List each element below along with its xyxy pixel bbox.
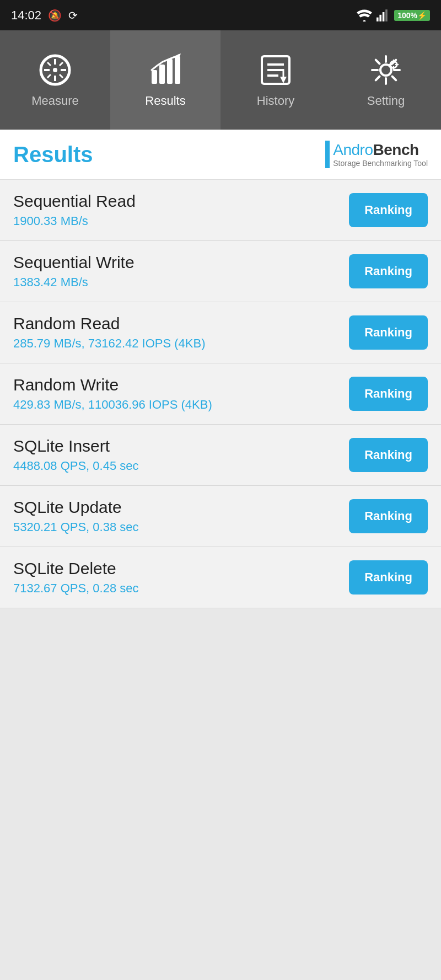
result-name-seq-read: Sequential Read <box>13 192 349 211</box>
wifi-icon <box>357 9 372 22</box>
tab-setting-label: Setting <box>367 94 405 108</box>
result-value-sqlite-insert: 4488.08 QPS, 0.45 sec <box>13 459 349 473</box>
tab-bar: Measure Results <box>0 30 441 130</box>
result-row-sqlite-update: SQLite Update 5320.21 QPS, 0.38 sec Rank… <box>0 486 441 547</box>
result-info-seq-read: Sequential Read 1900.33 MB/s <box>13 192 349 228</box>
svg-point-5 <box>53 68 57 72</box>
page-title: Results <box>13 142 93 167</box>
result-name-sqlite-update: SQLite Update <box>13 498 349 517</box>
ranking-btn-seq-write[interactable]: Ranking <box>349 254 428 288</box>
result-name-sqlite-delete: SQLite Delete <box>13 559 349 578</box>
result-info-sqlite-insert: SQLite Insert 4488.08 QPS, 0.45 sec <box>13 437 349 473</box>
results-list: Sequential Read 1900.33 MB/s Ranking Seq… <box>0 180 441 608</box>
result-value-sqlite-delete: 7132.67 QPS, 0.28 sec <box>13 581 349 596</box>
result-row-sqlite-delete: SQLite Delete 7132.67 QPS, 0.28 sec Rank… <box>0 547 441 608</box>
setting-icon <box>368 52 404 88</box>
result-info-sqlite-delete: SQLite Delete 7132.67 QPS, 0.28 sec <box>13 559 349 596</box>
result-info-rand-write: Random Write 429.83 MB/s, 110036.96 IOPS… <box>13 376 349 412</box>
tab-results-label: Results <box>145 94 185 108</box>
signal-icon <box>377 9 390 22</box>
svg-rect-9 <box>175 56 180 84</box>
result-row-seq-read: Sequential Read 1900.33 MB/s Ranking <box>0 180 441 241</box>
result-value-rand-read: 285.79 MB/s, 73162.42 IOPS (4KB) <box>13 336 349 351</box>
results-icon <box>148 52 184 88</box>
brand-text: AndroBench Storage Benchmarking Tool <box>333 141 428 168</box>
status-bar: 14:02 🔕 ⟳ 100 % ⚡ <box>0 0 441 30</box>
result-row-sqlite-insert: SQLite Insert 4488.08 QPS, 0.45 sec Rank… <box>0 425 441 486</box>
svg-rect-6 <box>152 70 157 84</box>
notification-icon: 🔕 <box>48 9 62 22</box>
status-left: 14:02 🔕 ⟳ <box>11 8 78 23</box>
svg-rect-1 <box>380 14 382 21</box>
tab-results[interactable]: Results <box>110 30 220 130</box>
result-info-sqlite-update: SQLite Update 5320.21 QPS, 0.38 sec <box>13 498 349 534</box>
svg-rect-3 <box>385 9 388 22</box>
result-name-seq-write: Sequential Write <box>13 253 349 272</box>
result-row-rand-write: Random Write 429.83 MB/s, 110036.96 IOPS… <box>0 363 441 425</box>
svg-rect-7 <box>159 65 165 84</box>
result-info-seq-write: Sequential Write 1383.42 MB/s <box>13 253 349 290</box>
result-name-rand-read: Random Read <box>13 314 349 333</box>
brand-name: AndroBench <box>333 141 428 159</box>
result-value-seq-read: 1900.33 MB/s <box>13 214 349 228</box>
result-row-seq-write: Sequential Write 1383.42 MB/s Ranking <box>0 241 441 302</box>
tab-measure[interactable]: Measure <box>0 30 110 130</box>
tab-history-label: History <box>257 94 294 108</box>
bottom-space <box>0 608 441 884</box>
result-value-seq-write: 1383.42 MB/s <box>13 275 349 290</box>
result-name-rand-write: Random Write <box>13 376 349 394</box>
result-row-rand-read: Random Read 285.79 MB/s, 73162.42 IOPS (… <box>0 302 441 363</box>
result-value-rand-write: 429.83 MB/s, 110036.96 IOPS (4KB) <box>13 398 349 412</box>
ranking-btn-sqlite-insert[interactable]: Ranking <box>349 438 428 472</box>
brand-logo: AndroBench Storage Benchmarking Tool <box>325 141 428 168</box>
page-header: Results AndroBench Storage Benchmarking … <box>0 130 441 180</box>
ranking-btn-rand-write[interactable]: Ranking <box>349 377 428 411</box>
tab-history[interactable]: History <box>220 30 331 130</box>
history-icon <box>258 52 294 88</box>
result-name-sqlite-insert: SQLite Insert <box>13 437 349 456</box>
brand-tagline: Storage Benchmarking Tool <box>333 159 428 168</box>
svg-point-17 <box>380 65 391 76</box>
brand-bar-decoration <box>325 141 330 168</box>
ranking-btn-rand-read[interactable]: Ranking <box>349 315 428 350</box>
ranking-btn-sqlite-delete[interactable]: Ranking <box>349 560 428 595</box>
svg-rect-0 <box>377 17 379 21</box>
result-info-rand-read: Random Read 285.79 MB/s, 73162.42 IOPS (… <box>13 314 349 351</box>
ranking-btn-sqlite-update[interactable]: Ranking <box>349 499 428 533</box>
status-right: 100 % ⚡ <box>357 9 430 22</box>
tab-setting[interactable]: Setting <box>331 30 441 130</box>
sync-icon: ⟳ <box>68 9 78 22</box>
battery-icon: 100 % ⚡ <box>394 10 430 21</box>
svg-rect-8 <box>167 59 173 84</box>
measure-icon <box>37 52 73 88</box>
ranking-btn-seq-read[interactable]: Ranking <box>349 193 428 227</box>
time-display: 14:02 <box>11 8 41 23</box>
result-value-sqlite-update: 5320.21 QPS, 0.38 sec <box>13 520 349 534</box>
svg-rect-2 <box>383 12 385 22</box>
tab-measure-label: Measure <box>31 94 79 108</box>
svg-marker-15 <box>280 77 287 83</box>
